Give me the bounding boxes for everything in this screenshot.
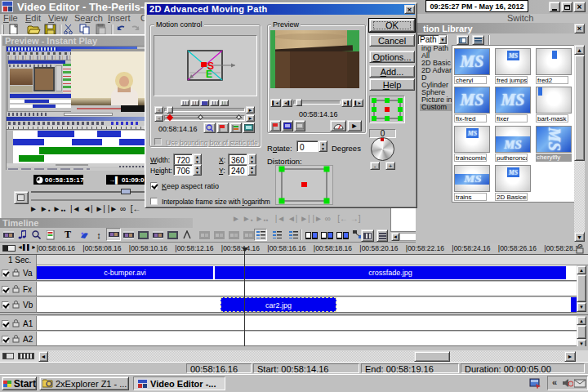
- svg-text:E: E: [206, 69, 212, 80]
